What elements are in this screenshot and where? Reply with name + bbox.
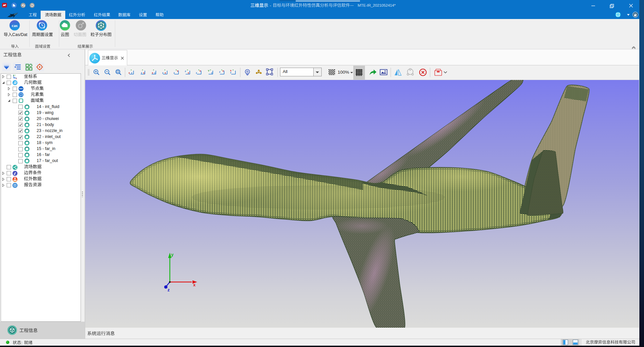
svg-text:z: z [211, 71, 212, 74]
svg-text:z: z [162, 71, 163, 74]
svg-text:cas: cas [12, 23, 17, 28]
svg-text:z: z [154, 71, 156, 74]
svg-text:z: z [141, 71, 142, 74]
svg-text:z: z [185, 70, 186, 73]
svg-text:x: x [188, 71, 189, 74]
svg-text:x: x [165, 71, 166, 74]
svg-text:x: x [16, 77, 17, 80]
svg-text:z: z [173, 71, 175, 74]
svg-text:z: z [131, 71, 133, 74]
svg-text:z: z [219, 70, 220, 73]
svg-text:x: x [152, 71, 154, 74]
svg-text:y: y [171, 252, 174, 257]
svg-text:Y: Y [208, 69, 209, 72]
svg-text:z: z [167, 287, 170, 292]
svg-text:z: z [196, 71, 197, 74]
svg-text:x: x [193, 282, 196, 287]
svg-text:z: z [14, 76, 15, 79]
svg-text:x: x [230, 69, 232, 72]
svg-text:x: x [129, 71, 130, 74]
svg-text:Y: Y [177, 70, 178, 73]
